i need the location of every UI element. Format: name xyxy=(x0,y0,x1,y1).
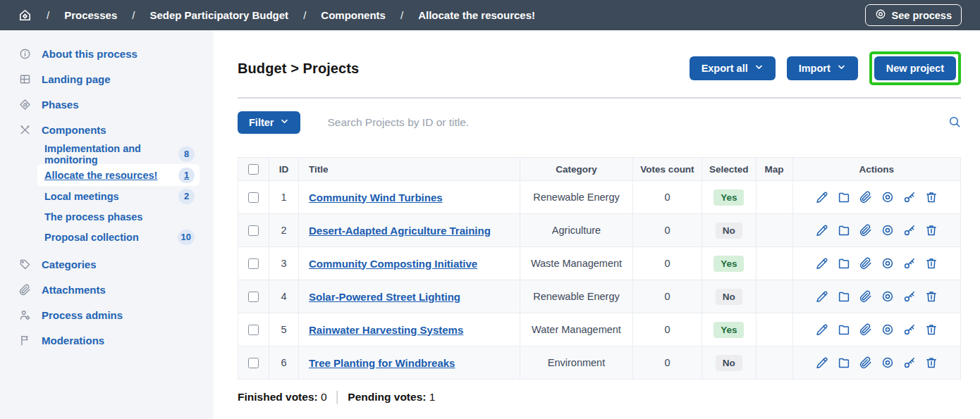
permissions-icon[interactable] xyxy=(903,257,916,270)
edit-icon[interactable] xyxy=(816,191,828,204)
edit-icon[interactable] xyxy=(816,356,828,369)
project-category: Environment xyxy=(520,346,633,380)
folder-icon[interactable] xyxy=(838,224,850,237)
project-category: Renewable Energy xyxy=(520,181,633,214)
sidebar-item-landing-page[interactable]: Landing page xyxy=(0,66,214,92)
filter-button[interactable]: Filter xyxy=(238,111,300,134)
attachment-icon[interactable] xyxy=(859,356,872,369)
breadcrumb-separator: / xyxy=(303,9,306,21)
projects-table: IDTitleCategoryVotes countSelectedMapAct… xyxy=(238,157,961,380)
see-process-button[interactable]: See process xyxy=(865,4,962,26)
table-header-row: IDTitleCategoryVotes countSelectedMapAct… xyxy=(238,158,961,181)
row-checkbox[interactable] xyxy=(248,358,259,368)
sidebar-item-label: Phases xyxy=(42,99,79,111)
delete-icon[interactable] xyxy=(925,257,938,270)
search-button[interactable] xyxy=(948,115,961,130)
permissions-icon[interactable] xyxy=(903,224,916,237)
column-header-map: Map xyxy=(756,158,792,181)
project-title-link[interactable]: Community Wind Turbines xyxy=(309,192,443,204)
row-checkbox[interactable] xyxy=(248,325,259,335)
delete-icon[interactable] xyxy=(925,290,938,303)
folder-icon[interactable] xyxy=(838,290,850,303)
main-content: Budget > Projects Export all Import New … xyxy=(214,30,980,419)
row-checkbox[interactable] xyxy=(248,192,259,203)
permissions-icon[interactable] xyxy=(903,290,916,303)
preview-icon[interactable] xyxy=(881,356,894,369)
edit-icon[interactable] xyxy=(816,224,828,237)
select-all-checkbox[interactable] xyxy=(248,164,259,175)
sidebar-item-about-this-process[interactable]: About this process xyxy=(0,41,214,66)
sidebar-subitem-implementation-and-monitoring[interactable]: Implementation and monitoring8 xyxy=(37,144,200,164)
breadcrumb-separator: / xyxy=(47,9,49,21)
attachment-icon[interactable] xyxy=(859,257,872,270)
export-all-button[interactable]: Export all xyxy=(690,56,776,80)
sidebar-subitem-proposal-collection[interactable]: Proposal collection10 xyxy=(37,227,200,247)
project-title-link[interactable]: Tree Planting for Windbreaks xyxy=(309,357,455,369)
attachment-icon[interactable] xyxy=(859,290,872,303)
permissions-icon[interactable] xyxy=(903,356,916,369)
project-map xyxy=(756,247,792,280)
project-title-link[interactable]: Community Composting Initiative xyxy=(309,258,477,270)
delete-icon[interactable] xyxy=(925,224,938,237)
project-title-link[interactable]: Desert-Adapted Agriculture Training xyxy=(309,225,491,237)
breadcrumb-item-sedep-participatory-budget[interactable]: Sedep Participatory Budget xyxy=(149,9,288,21)
edit-icon[interactable] xyxy=(816,290,828,303)
table-row: 2Desert-Adapted Agriculture TrainingAgri… xyxy=(238,214,961,247)
sidebar-subitem-label: Implementation and monitoring xyxy=(44,143,178,165)
attachment-icon[interactable] xyxy=(859,191,872,204)
sidebar-subitem-the-process-phases[interactable]: The process phases xyxy=(37,206,200,227)
delete-icon[interactable] xyxy=(925,356,938,369)
preview-icon[interactable] xyxy=(881,224,894,237)
edit-icon[interactable] xyxy=(816,257,828,270)
row-checkbox[interactable] xyxy=(248,258,259,269)
edit-icon[interactable] xyxy=(816,323,828,336)
sidebar-subitem-local-meetings[interactable]: Local meetings2 xyxy=(37,186,200,206)
folder-icon[interactable] xyxy=(838,323,850,336)
sidebar-subitem-allocate-the-resources[interactable]: Allocate the resources!1 xyxy=(37,164,200,186)
delete-icon[interactable] xyxy=(925,191,938,204)
sidebar: About this processLanding pagePhasesComp… xyxy=(0,30,214,419)
project-title-link[interactable]: Solar-Powered Street Lighting xyxy=(309,291,460,303)
project-category: Renewable Energy xyxy=(520,280,633,313)
new-project-label: New project xyxy=(886,63,944,74)
phases-icon xyxy=(19,99,31,111)
sidebar-item-label: Categories xyxy=(42,258,97,270)
search-input[interactable] xyxy=(326,115,923,130)
preview-icon[interactable] xyxy=(881,323,894,336)
permissions-icon[interactable] xyxy=(903,191,916,204)
folder-icon[interactable] xyxy=(838,356,850,369)
row-checkbox[interactable] xyxy=(248,292,259,302)
sidebar-item-attachments[interactable]: Attachments xyxy=(0,277,214,302)
folder-icon[interactable] xyxy=(838,191,850,204)
breadcrumb-separator: / xyxy=(132,9,135,21)
sidebar-item-phases[interactable]: Phases xyxy=(0,92,214,117)
breadcrumb-item-components[interactable]: Components xyxy=(321,9,386,21)
attachment-icon[interactable] xyxy=(859,224,872,237)
home-icon[interactable] xyxy=(18,8,32,22)
breadcrumb-item-processes[interactable]: Processes xyxy=(64,9,117,21)
sidebar-item-categories[interactable]: Categories xyxy=(0,251,214,277)
attachment-icon[interactable] xyxy=(859,323,872,336)
project-title-link[interactable]: Rainwater Harvesting Systems xyxy=(309,324,463,336)
row-checkbox[interactable] xyxy=(248,225,259,236)
folder-icon[interactable] xyxy=(838,257,850,270)
filter-label: Filter xyxy=(249,117,274,128)
project-category: Agriculture xyxy=(520,214,633,247)
chevron-down-icon xyxy=(280,117,289,128)
preview-icon[interactable] xyxy=(881,290,894,303)
admins-icon xyxy=(19,309,31,321)
permissions-icon[interactable] xyxy=(903,323,916,336)
stats-separator: │ xyxy=(334,391,341,404)
preview-icon[interactable] xyxy=(881,191,894,204)
delete-icon[interactable] xyxy=(925,323,938,336)
new-project-button[interactable]: New project xyxy=(874,56,956,80)
import-button[interactable]: Import xyxy=(787,56,858,80)
table-row: 1Community Wind TurbinesRenewable Energy… xyxy=(238,181,961,214)
breadcrumb-item-allocate-the-resources[interactable]: Allocate the resources! xyxy=(418,9,535,21)
sidebar-item-label: About this process xyxy=(42,48,137,60)
sidebar-item-components[interactable]: Components xyxy=(0,117,214,142)
preview-icon[interactable] xyxy=(881,257,894,270)
column-header-selected: Selected xyxy=(702,158,757,181)
sidebar-item-process-admins[interactable]: Process admins xyxy=(0,302,214,327)
sidebar-item-moderations[interactable]: Moderations xyxy=(0,327,214,353)
